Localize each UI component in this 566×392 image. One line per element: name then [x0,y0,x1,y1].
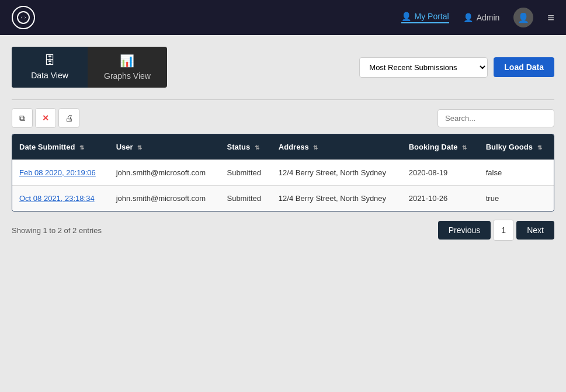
view-tabs: 🗄 Data View 📊 Graphs View [12,47,167,88]
portal-icon: 👤 [401,12,411,21]
logo[interactable] [12,6,35,29]
col-bulky-goods: Bulky Goods ⇅ [479,134,554,160]
table-toolbar: ⧉ ✕ 🖨 [12,108,554,128]
col-user-label: User [116,143,133,151]
previous-button[interactable]: Previous [438,221,491,240]
col-status-label: Status [227,143,250,151]
excel-icon: ✕ [42,113,49,123]
data-view-icon: 🗄 [44,54,55,67]
tab-data-view[interactable]: 🗄 Data View [12,47,88,88]
admin-label: Admin [477,13,500,22]
print-icon: 🖨 [65,113,73,123]
cell-date-1: Oct 08 2021, 23:18:34 [12,186,109,211]
cell-booking-date-0: 2020-08-19 [402,160,479,186]
my-portal-label: My Portal [415,12,449,21]
cell-booking-date-1: 2021-10-26 [402,186,479,211]
col-bulky-goods-label: Bulky Goods [486,143,533,151]
load-data-button[interactable]: Load Data [494,57,554,77]
cell-address-0: 12/4 Berry Street, North Sydney [272,160,402,186]
tab-graphs-view[interactable]: 📊 Graphs View [88,47,167,88]
graphs-view-label: Graphs View [104,71,151,81]
cell-date-0: Feb 08 2020, 20:19:06 [12,160,109,186]
cell-user-0: john.smith@microsoft.com [109,160,220,186]
col-user: User ⇅ [109,134,220,160]
divider [12,99,554,100]
header-navigation: 👤 My Portal 👤 Admin 👤 ≡ [401,8,554,27]
print-button[interactable]: 🖨 [58,108,79,128]
cell-bulky-goods-0: false [479,160,554,186]
main-content: 🗄 Data View 📊 Graphs View Most Recent Su… [0,35,566,252]
next-button[interactable]: Next [516,221,554,240]
col-date-submitted-label: Date Submitted [19,143,75,151]
cell-user-1: john.smith@microsoft.com [109,186,220,211]
date-link-0[interactable]: Feb 08 2020, 20:19:06 [19,168,96,177]
sort-icon-user[interactable]: ⇅ [137,144,142,151]
admin-icon: 👤 [463,13,473,22]
menu-button[interactable]: ≡ [547,11,554,25]
col-date-submitted: Date Submitted ⇅ [12,134,109,160]
search-input[interactable] [437,109,554,127]
table-row: Feb 08 2020, 20:19:06john.smith@microsof… [12,160,554,186]
admin-nav[interactable]: 👤 Admin [463,13,500,22]
hamburger-icon: ≡ [547,11,554,24]
cell-status-1: Submitted [220,186,271,211]
avatar-icon: 👤 [518,12,529,23]
sort-icon-bulky[interactable]: ⇅ [537,144,542,151]
filter-dropdown[interactable]: Most Recent Submissions All Submissions … [359,57,488,78]
col-address-label: Address [279,143,309,151]
col-booking-date: Booking Date ⇅ [402,134,479,160]
page-number-1[interactable]: 1 [493,220,514,241]
cell-address-1: 12/4 Berry Street, North Sydney [272,186,402,211]
sort-icon-address[interactable]: ⇅ [313,144,318,151]
data-table: Date Submitted ⇅ User ⇅ Status ⇅ Address… [12,134,554,211]
sort-icon-date[interactable]: ⇅ [79,144,84,151]
showing-text: Showing 1 to 2 of 2 entries [12,226,102,235]
data-view-label: Data View [31,71,68,80]
tab-controls: Most Recent Submissions All Submissions … [359,57,554,78]
my-portal-nav[interactable]: 👤 My Portal [401,12,449,23]
copy-icon: ⧉ [19,113,25,123]
col-booking-date-label: Booking Date [409,143,458,151]
cell-bulky-goods-1: true [479,186,554,211]
graphs-view-icon: 📊 [120,54,134,68]
cell-status-0: Submitted [220,160,271,186]
sort-icon-booking[interactable]: ⇅ [462,144,467,151]
tabs-row: 🗄 Data View 📊 Graphs View Most Recent Su… [12,47,554,88]
table-row: Oct 08 2021, 23:18:34john.smith@microsof… [12,186,554,211]
header: 👤 My Portal 👤 Admin 👤 ≡ [0,0,566,35]
copy-button[interactable]: ⧉ [12,108,33,128]
pagination-row: Showing 1 to 2 of 2 entries Previous 1 N… [12,220,554,241]
pagination-controls: Previous 1 Next [438,220,554,241]
col-status: Status ⇅ [220,134,271,160]
date-link-1[interactable]: Oct 08 2021, 23:18:34 [19,194,95,203]
table-header-row: Date Submitted ⇅ User ⇅ Status ⇅ Address… [12,134,554,160]
toolbar-buttons: ⧉ ✕ 🖨 [12,108,79,128]
avatar[interactable]: 👤 [513,8,533,27]
col-address: Address ⇅ [272,134,402,160]
sort-icon-status[interactable]: ⇅ [255,144,259,151]
svg-point-1 [22,16,25,19]
excel-button[interactable]: ✕ [35,108,56,128]
